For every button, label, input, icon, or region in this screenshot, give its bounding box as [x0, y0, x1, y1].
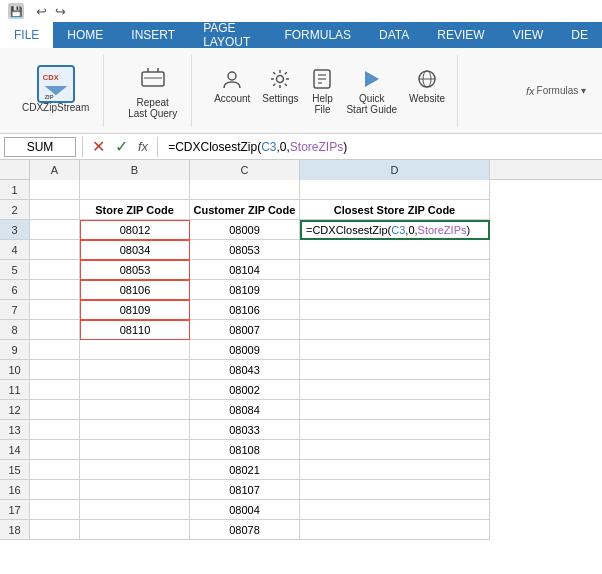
cell-d14[interactable] — [300, 440, 490, 460]
quickstart-button[interactable]: QuickStart Guide — [342, 65, 401, 117]
insert-function-button[interactable]: fx — [135, 139, 151, 154]
cell-d8[interactable] — [300, 320, 490, 340]
tab-view[interactable]: VIEW — [499, 22, 558, 48]
cell-c16[interactable]: 08107 — [190, 480, 300, 500]
col-header-a[interactable]: A — [30, 160, 80, 180]
cell-b4[interactable]: 08034 — [80, 240, 190, 260]
cell-c9[interactable]: 08009 — [190, 340, 300, 360]
cell-c11[interactable]: 08002 — [190, 380, 300, 400]
cell-c15[interactable]: 08021 — [190, 460, 300, 480]
website-button[interactable]: Website — [405, 65, 449, 117]
cell-c1[interactable] — [190, 180, 300, 200]
cell-d7[interactable] — [300, 300, 490, 320]
cell-b14[interactable] — [80, 440, 190, 460]
cell-b17[interactable] — [80, 500, 190, 520]
cell-c3[interactable]: 08009 — [190, 220, 300, 240]
cell-b15[interactable] — [80, 460, 190, 480]
cell-a11[interactable] — [30, 380, 80, 400]
cell-c17[interactable]: 08004 — [190, 500, 300, 520]
cell-d11[interactable] — [300, 380, 490, 400]
undo-button[interactable]: ↩ — [34, 2, 49, 21]
account-button[interactable]: Account — [210, 65, 254, 117]
tab-review[interactable]: REVIEW — [423, 22, 498, 48]
cell-c5[interactable]: 08104 — [190, 260, 300, 280]
cell-b9[interactable] — [80, 340, 190, 360]
cell-b2[interactable]: Store ZIP Code — [80, 200, 190, 220]
cell-a6[interactable] — [30, 280, 80, 300]
tab-home[interactable]: HOME — [53, 22, 117, 48]
help-button[interactable]: HelpFile — [306, 65, 338, 117]
cell-b3[interactable]: 08012 — [80, 220, 190, 240]
cell-d16[interactable] — [300, 480, 490, 500]
cell-b7[interactable]: 08109 — [80, 300, 190, 320]
cell-c4[interactable]: 08053 — [190, 240, 300, 260]
cell-d10[interactable] — [300, 360, 490, 380]
cell-b6[interactable]: 08106 — [80, 280, 190, 300]
cell-c10[interactable]: 08043 — [190, 360, 300, 380]
col-header-d[interactable]: D — [300, 160, 490, 180]
cell-d18[interactable] — [300, 520, 490, 540]
cell-d9[interactable] — [300, 340, 490, 360]
cell-b8[interactable]: 08110 — [80, 320, 190, 340]
save-icon[interactable]: 💾 — [8, 3, 24, 19]
cell-a13[interactable] — [30, 420, 80, 440]
tab-insert[interactable]: INSERT — [117, 22, 189, 48]
cell-a3[interactable] — [30, 220, 80, 240]
tab-formulas[interactable]: FORMULAS — [270, 22, 365, 48]
col-header-c[interactable]: C — [190, 160, 300, 180]
cell-c8[interactable]: 08007 — [190, 320, 300, 340]
name-box[interactable]: SUM — [4, 137, 76, 157]
cell-a9[interactable] — [30, 340, 80, 360]
formula-dropdown[interactable]: Formulas ▾ — [537, 85, 586, 96]
cell-d5[interactable] — [300, 260, 490, 280]
cell-a5[interactable] — [30, 260, 80, 280]
cell-a16[interactable] — [30, 480, 80, 500]
cell-c2[interactable]: Customer ZIP Code — [190, 200, 300, 220]
cell-b18[interactable] — [80, 520, 190, 540]
tab-file[interactable]: FILE — [0, 22, 53, 48]
confirm-formula-button[interactable]: ✓ — [112, 137, 131, 156]
cell-a17[interactable] — [30, 500, 80, 520]
cell-c7[interactable]: 08106 — [190, 300, 300, 320]
cell-a1[interactable] — [30, 180, 80, 200]
cell-d12[interactable] — [300, 400, 490, 420]
cell-a8[interactable] — [30, 320, 80, 340]
cell-a7[interactable] — [30, 300, 80, 320]
redo-button[interactable]: ↪ — [53, 2, 68, 21]
cell-a14[interactable] — [30, 440, 80, 460]
cell-d2[interactable]: Closest Store ZIP Code — [300, 200, 490, 220]
cell-b1[interactable] — [80, 180, 190, 200]
cancel-formula-button[interactable]: ✕ — [89, 137, 108, 156]
cell-c14[interactable]: 08108 — [190, 440, 300, 460]
cell-b13[interactable] — [80, 420, 190, 440]
cell-d6[interactable] — [300, 280, 490, 300]
cell-c18[interactable]: 08078 — [190, 520, 300, 540]
cell-b12[interactable] — [80, 400, 190, 420]
repeat-query-button[interactable]: RepeatLast Query — [122, 61, 183, 121]
formula-input[interactable]: =CDXClosestZip(C3,0,StoreZIPs) — [164, 137, 598, 157]
cell-d4[interactable] — [300, 240, 490, 260]
cell-a15[interactable] — [30, 460, 80, 480]
cdx-logo-button[interactable]: CDX ZIP CDXZipStream — [16, 66, 95, 115]
cell-c12[interactable]: 08084 — [190, 400, 300, 420]
cell-a10[interactable] — [30, 360, 80, 380]
cell-a12[interactable] — [30, 400, 80, 420]
cell-b16[interactable] — [80, 480, 190, 500]
tab-page-layout[interactable]: PAGE LAYOUT — [189, 22, 270, 48]
cell-c13[interactable]: 08033 — [190, 420, 300, 440]
cell-d15[interactable] — [300, 460, 490, 480]
cell-a2[interactable] — [30, 200, 80, 220]
tab-de[interactable]: DE — [557, 22, 602, 48]
cell-d17[interactable] — [300, 500, 490, 520]
cell-b11[interactable] — [80, 380, 190, 400]
cell-b5[interactable]: 08053 — [80, 260, 190, 280]
settings-button[interactable]: Settings — [258, 65, 302, 117]
tab-data[interactable]: DATA — [365, 22, 423, 48]
cell-c6[interactable]: 08109 — [190, 280, 300, 300]
cell-a18[interactable] — [30, 520, 80, 540]
cell-d13[interactable] — [300, 420, 490, 440]
col-header-b[interactable]: B — [80, 160, 190, 180]
cell-d1[interactable] — [300, 180, 490, 200]
cell-b10[interactable] — [80, 360, 190, 380]
cell-d3[interactable]: =CDXClosestZip(C3,0,StoreZIPs) — [300, 220, 490, 240]
